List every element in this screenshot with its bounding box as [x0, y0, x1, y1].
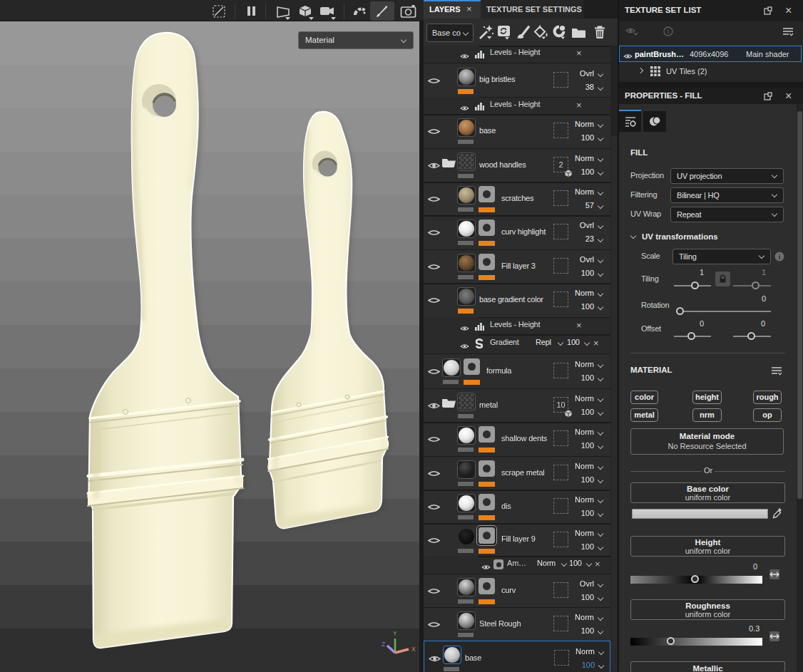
svg-text:Z: Z [382, 641, 385, 648]
svg-text:1: 1 [667, 29, 670, 35]
svg-text:i: i [779, 254, 781, 261]
svg-text:Y: Y [393, 630, 397, 637]
svg-text:X: X [411, 646, 416, 653]
